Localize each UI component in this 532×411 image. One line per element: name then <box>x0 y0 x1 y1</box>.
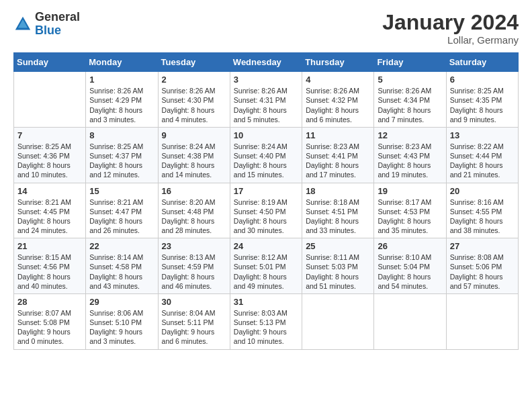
day-number: 27 <box>450 241 515 251</box>
calendar-day-cell: 27Sunrise: 8:08 AM Sunset: 5:06 PM Dayli… <box>446 238 518 294</box>
calendar-table: SundayMondayTuesdayWednesdayThursdayFrid… <box>13 52 519 349</box>
day-info: Sunrise: 8:21 AM Sunset: 4:47 PM Dayligh… <box>89 197 154 236</box>
day-info: Sunrise: 8:22 AM Sunset: 4:44 PM Dayligh… <box>450 142 515 180</box>
day-info: Sunrise: 8:06 AM Sunset: 5:10 PM Dayligh… <box>89 308 154 347</box>
calendar-week-row: 1Sunrise: 8:26 AM Sunset: 4:29 PM Daylig… <box>14 72 519 128</box>
day-number: 11 <box>306 130 370 140</box>
calendar-day-cell: 11Sunrise: 8:23 AM Sunset: 4:41 PM Dayli… <box>302 127 374 183</box>
day-number: 2 <box>162 75 226 85</box>
logo-text: General Blue <box>35 11 80 38</box>
calendar-day-cell <box>446 293 518 349</box>
day-info: Sunrise: 8:14 AM Sunset: 4:58 PM Dayligh… <box>89 253 154 291</box>
day-of-week-header: Saturday <box>446 53 518 72</box>
day-number: 26 <box>378 241 442 251</box>
location: Lollar, Germany <box>382 34 519 46</box>
calendar-day-cell: 22Sunrise: 8:14 AM Sunset: 4:58 PM Dayli… <box>86 238 158 294</box>
day-number: 5 <box>378 75 442 85</box>
calendar-day-cell: 28Sunrise: 8:07 AM Sunset: 5:08 PM Dayli… <box>14 293 86 349</box>
day-number: 20 <box>450 186 515 196</box>
calendar-day-cell: 16Sunrise: 8:20 AM Sunset: 4:48 PM Dayli… <box>158 183 230 238</box>
day-of-week-header: Sunday <box>14 53 86 72</box>
calendar-day-cell: 4Sunrise: 8:26 AM Sunset: 4:32 PM Daylig… <box>302 72 374 128</box>
day-info: Sunrise: 8:23 AM Sunset: 4:41 PM Dayligh… <box>306 142 370 180</box>
day-number: 23 <box>162 241 226 251</box>
calendar-day-cell: 18Sunrise: 8:18 AM Sunset: 4:51 PM Dayli… <box>302 183 374 238</box>
day-info: Sunrise: 8:13 AM Sunset: 4:59 PM Dayligh… <box>162 253 226 291</box>
calendar-day-cell: 5Sunrise: 8:26 AM Sunset: 4:34 PM Daylig… <box>374 72 446 128</box>
logo: General Blue <box>13 11 80 38</box>
calendar-week-row: 7Sunrise: 8:25 AM Sunset: 4:36 PM Daylig… <box>14 127 519 183</box>
calendar-day-cell: 6Sunrise: 8:25 AM Sunset: 4:35 PM Daylig… <box>446 72 518 128</box>
day-number: 3 <box>234 75 298 85</box>
calendar-day-cell: 14Sunrise: 8:21 AM Sunset: 4:45 PM Dayli… <box>14 183 86 238</box>
calendar-day-cell: 29Sunrise: 8:06 AM Sunset: 5:10 PM Dayli… <box>86 293 158 349</box>
day-of-week-header: Monday <box>86 53 158 72</box>
day-info: Sunrise: 8:19 AM Sunset: 4:50 PM Dayligh… <box>234 197 298 236</box>
day-number: 13 <box>450 130 515 140</box>
day-number: 9 <box>162 130 226 140</box>
day-number: 31 <box>234 297 298 307</box>
day-number: 16 <box>162 186 226 196</box>
logo-general: General <box>35 10 80 24</box>
day-info: Sunrise: 8:26 AM Sunset: 4:31 PM Dayligh… <box>234 86 298 124</box>
day-of-week-header: Wednesday <box>230 53 302 72</box>
calendar-day-cell: 2Sunrise: 8:26 AM Sunset: 4:30 PM Daylig… <box>158 72 230 128</box>
calendar-day-cell: 24Sunrise: 8:12 AM Sunset: 5:01 PM Dayli… <box>230 238 302 294</box>
day-info: Sunrise: 8:03 AM Sunset: 5:13 PM Dayligh… <box>234 308 298 347</box>
day-info: Sunrise: 8:21 AM Sunset: 4:45 PM Dayligh… <box>17 197 82 236</box>
day-number: 18 <box>306 186 370 196</box>
day-number: 10 <box>234 130 298 140</box>
calendar-day-cell: 13Sunrise: 8:22 AM Sunset: 4:44 PM Dayli… <box>446 127 518 183</box>
calendar-day-cell: 1Sunrise: 8:26 AM Sunset: 4:29 PM Daylig… <box>86 72 158 128</box>
calendar-day-cell <box>302 293 374 349</box>
title-block: January 2024 Lollar, Germany <box>382 11 519 46</box>
day-number: 19 <box>378 186 442 196</box>
day-info: Sunrise: 8:07 AM Sunset: 5:08 PM Dayligh… <box>17 308 82 347</box>
day-number: 7 <box>17 130 82 140</box>
calendar-day-cell: 26Sunrise: 8:10 AM Sunset: 5:04 PM Dayli… <box>374 238 446 294</box>
day-number: 8 <box>89 130 154 140</box>
day-info: Sunrise: 8:11 AM Sunset: 5:03 PM Dayligh… <box>306 253 370 291</box>
day-info: Sunrise: 8:15 AM Sunset: 4:56 PM Dayligh… <box>17 253 82 291</box>
calendar-day-cell: 3Sunrise: 8:26 AM Sunset: 4:31 PM Daylig… <box>230 72 302 128</box>
day-info: Sunrise: 8:08 AM Sunset: 5:06 PM Dayligh… <box>450 253 515 291</box>
day-number: 4 <box>306 75 370 85</box>
day-number: 15 <box>89 186 154 196</box>
day-info: Sunrise: 8:10 AM Sunset: 5:04 PM Dayligh… <box>378 253 442 291</box>
logo-icon <box>13 15 32 34</box>
day-info: Sunrise: 8:04 AM Sunset: 5:11 PM Dayligh… <box>162 308 226 347</box>
day-of-week-header: Thursday <box>302 53 374 72</box>
day-info: Sunrise: 8:25 AM Sunset: 4:36 PM Dayligh… <box>17 142 82 180</box>
day-info: Sunrise: 8:25 AM Sunset: 4:37 PM Dayligh… <box>89 142 154 180</box>
calendar-day-cell: 23Sunrise: 8:13 AM Sunset: 4:59 PM Dayli… <box>158 238 230 294</box>
day-info: Sunrise: 8:18 AM Sunset: 4:51 PM Dayligh… <box>306 197 370 236</box>
day-info: Sunrise: 8:24 AM Sunset: 4:40 PM Dayligh… <box>234 142 298 180</box>
month-title: January 2024 <box>382 11 519 34</box>
logo-blue: Blue <box>35 24 61 37</box>
day-info: Sunrise: 8:17 AM Sunset: 4:53 PM Dayligh… <box>378 197 442 236</box>
calendar-week-row: 21Sunrise: 8:15 AM Sunset: 4:56 PM Dayli… <box>14 238 519 294</box>
calendar-day-cell: 12Sunrise: 8:23 AM Sunset: 4:43 PM Dayli… <box>374 127 446 183</box>
calendar-day-cell <box>14 72 86 128</box>
calendar-day-cell <box>374 293 446 349</box>
calendar-day-cell: 8Sunrise: 8:25 AM Sunset: 4:37 PM Daylig… <box>86 127 158 183</box>
calendar-day-cell: 30Sunrise: 8:04 AM Sunset: 5:11 PM Dayli… <box>158 293 230 349</box>
calendar-day-cell: 20Sunrise: 8:16 AM Sunset: 4:55 PM Dayli… <box>446 183 518 238</box>
day-info: Sunrise: 8:26 AM Sunset: 4:29 PM Dayligh… <box>89 86 154 124</box>
day-info: Sunrise: 8:23 AM Sunset: 4:43 PM Dayligh… <box>378 142 442 180</box>
day-info: Sunrise: 8:20 AM Sunset: 4:48 PM Dayligh… <box>162 197 226 236</box>
day-info: Sunrise: 8:24 AM Sunset: 4:38 PM Dayligh… <box>162 142 226 180</box>
day-info: Sunrise: 8:25 AM Sunset: 4:35 PM Dayligh… <box>450 86 515 124</box>
day-number: 1 <box>89 75 154 85</box>
day-of-week-header: Friday <box>374 53 446 72</box>
day-number: 12 <box>378 130 442 140</box>
day-number: 6 <box>450 75 515 85</box>
day-info: Sunrise: 8:26 AM Sunset: 4:34 PM Dayligh… <box>378 86 442 124</box>
page-header: General Blue January 2024 Lollar, German… <box>13 11 519 46</box>
calendar-day-cell: 7Sunrise: 8:25 AM Sunset: 4:36 PM Daylig… <box>14 127 86 183</box>
day-number: 17 <box>234 186 298 196</box>
calendar-day-cell: 9Sunrise: 8:24 AM Sunset: 4:38 PM Daylig… <box>158 127 230 183</box>
day-info: Sunrise: 8:16 AM Sunset: 4:55 PM Dayligh… <box>450 197 515 236</box>
calendar-day-cell: 25Sunrise: 8:11 AM Sunset: 5:03 PM Dayli… <box>302 238 374 294</box>
calendar-day-cell: 19Sunrise: 8:17 AM Sunset: 4:53 PM Dayli… <box>374 183 446 238</box>
